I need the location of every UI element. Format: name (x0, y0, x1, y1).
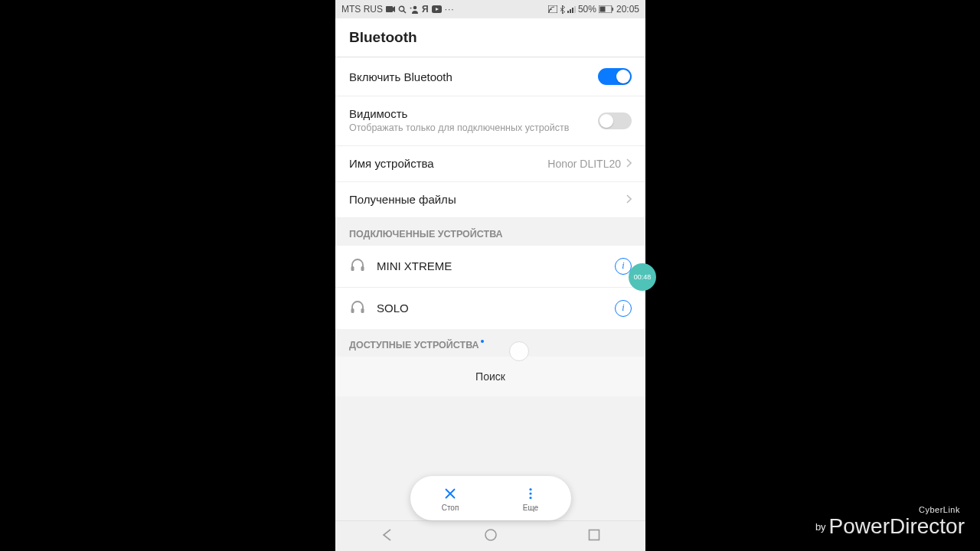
youtube-icon (432, 5, 442, 13)
carrier-label: MTS RUS (341, 4, 383, 15)
bluetooth-toggle[interactable] (598, 68, 632, 85)
svg-point-20 (529, 496, 531, 498)
visibility-toggle[interactable] (598, 112, 632, 129)
cast-icon (548, 5, 557, 13)
more-button[interactable]: Еще (491, 476, 571, 520)
svg-line-2 (403, 11, 406, 13)
svg-rect-13 (612, 8, 613, 11)
chevron-right-icon (626, 193, 632, 207)
headphones-icon (349, 298, 366, 318)
svg-rect-14 (351, 266, 354, 271)
device-name: SOLO (377, 302, 604, 315)
svg-rect-7 (567, 11, 569, 13)
badge-time: 00:48 (634, 273, 652, 281)
visibility-sub: Отображать только для подключенных устро… (349, 122, 598, 135)
device-name: MINI XTREME (377, 259, 604, 272)
time-label: 20:05 (616, 4, 639, 15)
bluetooth-icon (560, 5, 565, 14)
settings-content[interactable]: Включить Bluetooth Видимость Отображать … (335, 57, 645, 520)
more-label: Еще (523, 504, 538, 512)
svg-point-19 (529, 492, 531, 494)
more-vertical-icon (524, 485, 537, 502)
chevron-right-icon (626, 157, 632, 171)
nav-recents-button[interactable] (573, 524, 616, 549)
nav-back-button[interactable] (365, 523, 410, 549)
searching-label: Поиск (335, 357, 645, 396)
scanning-indicator-icon (481, 340, 484, 343)
watermark-product: PowerDirector (829, 514, 965, 538)
watermark-brand: CyberLink (815, 505, 960, 514)
close-icon (443, 485, 457, 502)
touch-indicator-icon (509, 341, 529, 361)
device-name-value: Honor DLITL20 (547, 158, 621, 170)
device-name-label: Имя устройства (349, 157, 547, 170)
status-bar: MTS RUS + Я ··· (335, 0, 645, 18)
section-available: ДОСТУПНЫЕ УСТРОЙСТВА (335, 329, 645, 357)
connected-devices-list: MINI XTREME i SOLO i (335, 246, 645, 329)
camera-icon (386, 5, 395, 13)
svg-rect-8 (570, 9, 571, 13)
watermark: CyberLink byPowerDirector (815, 505, 965, 539)
stop-label: Стоп (442, 504, 459, 512)
svg-text:+: + (410, 5, 413, 10)
svg-point-3 (413, 5, 417, 9)
search-icon (398, 5, 407, 14)
device-info-button[interactable]: i (615, 300, 632, 317)
recording-badge[interactable]: 00:48 (629, 263, 656, 291)
page-title: Bluetooth (349, 29, 632, 46)
row-device-name[interactable]: Имя устройства Honor DLITL20 (335, 146, 645, 182)
received-label: Полученные файлы (349, 193, 626, 206)
signal-icon (567, 5, 576, 13)
more-icon: ··· (445, 4, 455, 15)
device-row[interactable]: MINI XTREME i (335, 246, 645, 288)
bottom-toolbar: Стоп Еще (410, 476, 571, 520)
battery-label: 50% (578, 4, 596, 15)
row-enable-bluetooth[interactable]: Включить Bluetooth (335, 57, 645, 96)
svg-rect-10 (574, 6, 576, 13)
row-visibility[interactable]: Видимость Отображать только для подключе… (335, 96, 645, 146)
nav-home-button[interactable] (469, 523, 513, 549)
row-received-files[interactable]: Полученные файлы (335, 182, 645, 218)
battery-icon (599, 5, 614, 13)
enable-label: Включить Bluetooth (349, 70, 598, 83)
svg-rect-9 (572, 8, 573, 13)
svg-rect-15 (361, 266, 364, 271)
watermark-by: by (815, 521, 826, 533)
svg-rect-22 (590, 530, 599, 540)
section-connected: ПОДКЛЮЧЕННЫЕ УСТРОЙСТВА (335, 218, 645, 246)
svg-rect-12 (599, 7, 605, 12)
svg-point-21 (485, 530, 496, 540)
person-add-icon: + (410, 5, 419, 14)
svg-rect-0 (386, 6, 393, 12)
visibility-label: Видимость (349, 107, 598, 120)
screen-header: Bluetooth (335, 18, 645, 57)
android-navbar (335, 520, 645, 551)
phone-frame: MTS RUS + Я ··· (335, 0, 645, 551)
svg-point-18 (529, 487, 531, 490)
headphones-icon (349, 256, 366, 276)
yandex-icon: Я (422, 4, 429, 15)
svg-rect-16 (351, 308, 354, 313)
stop-button[interactable]: Стоп (410, 476, 491, 520)
svg-point-1 (399, 6, 403, 11)
svg-rect-17 (361, 308, 364, 313)
device-row[interactable]: SOLO i (335, 288, 645, 329)
